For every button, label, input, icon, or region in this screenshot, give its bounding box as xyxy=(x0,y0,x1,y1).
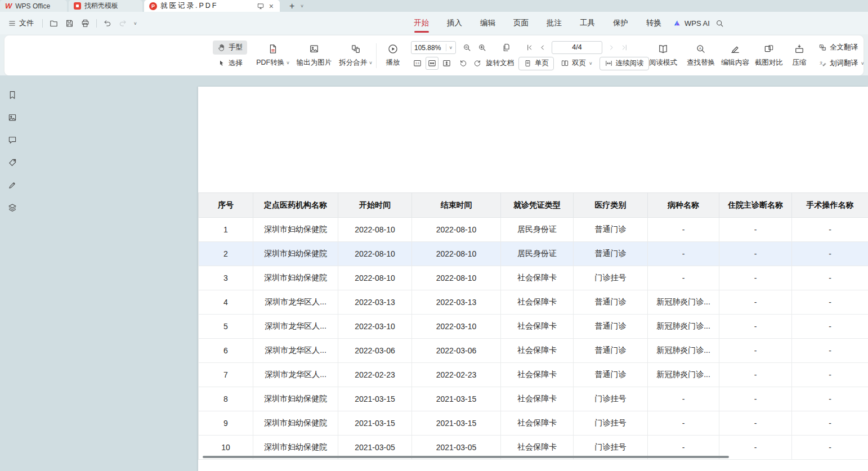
continuous-reading-button[interactable]: 连续阅读 xyxy=(599,57,649,70)
table-cell: - xyxy=(719,218,792,242)
table-cell: 2022-03-06 xyxy=(338,339,412,363)
rotate-right-button[interactable] xyxy=(471,57,484,70)
monitor-icon[interactable] xyxy=(257,2,265,10)
docer-icon xyxy=(74,2,81,10)
new-tab-button[interactable]: + xyxy=(289,2,294,11)
table-cell: 2022-08-10 xyxy=(412,218,501,242)
first-page-button[interactable] xyxy=(523,41,536,54)
table-cell: - xyxy=(719,290,792,315)
wps-ai-button[interactable]: WPS AI xyxy=(673,12,710,34)
horizontal-scrollbar-thumb[interactable] xyxy=(203,456,729,458)
table-cell: 普通门诊 xyxy=(574,242,648,266)
double-page-button[interactable]: 双页 ∨ xyxy=(556,56,597,70)
table-row: 4深圳市龙华区人...2022-03-132022-03-13社会保障卡普通门诊… xyxy=(199,290,868,315)
find-replace-button[interactable]: 查找替换 xyxy=(683,40,719,71)
signature-panel-icon[interactable] xyxy=(7,180,17,190)
find-replace-label: 查找替换 xyxy=(687,58,715,68)
medical-record-table: 序号定点医药机构名称开始时间结束时间就诊凭证类型医疗类别病种名称住院主诊断名称手… xyxy=(198,192,868,460)
rotate-doc-label[interactable]: 旋转文档 xyxy=(486,59,514,68)
file-menu-label: 文件 xyxy=(19,18,34,28)
ribbon-tab-insert[interactable]: 插入 xyxy=(446,12,463,34)
table-cell: 2022-08-10 xyxy=(338,266,412,290)
tab-wps-office[interactable]: W WPS Office xyxy=(0,0,67,12)
select-tool-button[interactable]: 选择 xyxy=(213,56,247,70)
ribbon-tab-edit[interactable]: 编辑 xyxy=(479,12,496,34)
ribbon-tab-home[interactable]: 开始 xyxy=(413,12,430,34)
ribbon-tab-tools[interactable]: 工具 xyxy=(579,12,596,34)
actual-size-button[interactable] xyxy=(411,57,424,70)
quick-access-toolbar: 文件 ∨ xyxy=(6,12,137,34)
comments-panel-icon[interactable] xyxy=(7,135,17,145)
table-cell: 深圳市妇幼保健院 xyxy=(253,266,338,290)
read-mode-button[interactable]: 阅读模式 xyxy=(645,40,681,71)
single-page-label: 单页 xyxy=(535,59,549,68)
layers-panel-icon[interactable] xyxy=(7,203,17,213)
play-button[interactable]: 播放 xyxy=(379,40,406,71)
fit-width-button[interactable] xyxy=(426,57,439,70)
last-page-icon xyxy=(620,43,629,52)
screenshot-compare-button[interactable]: 截图对比 xyxy=(751,40,787,71)
thumbnails-panel-icon[interactable] xyxy=(7,113,17,123)
table-cell: - xyxy=(719,436,792,460)
table-cell: 9 xyxy=(199,411,253,436)
next-page-button[interactable] xyxy=(605,41,618,54)
pdf-convert-icon xyxy=(267,43,279,55)
bookmarks-panel-icon[interactable] xyxy=(7,90,17,100)
column-header: 病种名称 xyxy=(648,193,719,218)
export-image-label: 输出为图片 xyxy=(297,58,332,68)
undo-icon[interactable] xyxy=(103,19,112,28)
redo-icon[interactable] xyxy=(118,19,127,28)
open-file-icon[interactable] xyxy=(49,19,59,28)
save-icon[interactable] xyxy=(65,19,74,28)
word-translate-button[interactable]: 划词翻译 ∨ xyxy=(814,56,868,70)
table-cell: - xyxy=(792,266,868,290)
search-button[interactable] xyxy=(715,12,724,34)
table-cell: 社会保障卡 xyxy=(501,411,574,436)
pdf-convert-button[interactable]: PDF转换∨ xyxy=(253,40,293,71)
zoom-level-dropdown[interactable]: 105.88% ∨ xyxy=(411,41,456,54)
table-cell: 门诊挂号 xyxy=(574,266,648,290)
undo-history-chevron-icon[interactable]: ∨ xyxy=(133,21,137,25)
full-translate-button[interactable]: 全文翻译 xyxy=(814,41,868,55)
extract-pages-button[interactable] xyxy=(500,41,513,54)
chevron-down-icon: ∨ xyxy=(286,61,290,65)
chevron-down-icon: ∨ xyxy=(449,46,453,50)
rotate-left-button[interactable] xyxy=(457,57,469,70)
previous-page-button[interactable] xyxy=(536,41,549,54)
ribbon-tabs: 开始 插入 编辑 页面 批注 工具 保护 转换 xyxy=(413,12,663,34)
zoom-page-row: 105.88% ∨ 4/4 xyxy=(411,41,649,55)
tab-medical-record-pdf[interactable]: P 就医记录.PDF × xyxy=(144,0,280,12)
zoom-out-button[interactable] xyxy=(460,41,473,54)
print-icon[interactable] xyxy=(80,19,90,28)
extract-pages-icon xyxy=(502,43,511,52)
split-merge-button[interactable]: 拆分合并∨ xyxy=(335,40,376,71)
ribbon-tab-protect[interactable]: 保护 xyxy=(612,12,629,34)
export-image-button[interactable]: 输出为图片 xyxy=(293,40,335,71)
table-cell: 新冠肺炎门诊... xyxy=(648,363,719,387)
edit-content-button[interactable]: 编辑内容 xyxy=(717,40,753,71)
ribbon-tab-page[interactable]: 页面 xyxy=(512,12,530,34)
page-number-input[interactable]: 4/4 xyxy=(552,41,602,54)
last-page-button[interactable] xyxy=(618,41,631,54)
close-tab-icon[interactable]: × xyxy=(268,2,275,10)
ribbon-tab-comment[interactable]: 批注 xyxy=(545,12,563,34)
zoom-in-button[interactable] xyxy=(476,41,489,54)
single-page-button[interactable]: 单页 xyxy=(518,57,554,70)
column-header: 定点医药机构名称 xyxy=(253,193,338,218)
separator xyxy=(446,44,446,51)
fit-page-button[interactable] xyxy=(440,57,453,70)
tab-list-chevron-icon[interactable]: ∨ xyxy=(300,4,304,8)
tab-docer-templates[interactable]: 找稻壳模板 xyxy=(69,0,142,12)
fit-page-icon xyxy=(442,59,451,68)
navigation-sidebar xyxy=(0,80,25,471)
table-cell: - xyxy=(719,242,792,266)
annotations-panel-icon[interactable] xyxy=(7,158,17,168)
compress-button[interactable]: 压缩 xyxy=(786,40,813,71)
table-cell: 2021-03-15 xyxy=(412,411,501,436)
ribbon-tab-convert[interactable]: 转换 xyxy=(645,12,663,34)
file-menu-button[interactable]: 文件 xyxy=(6,16,36,30)
wps-ai-label: WPS AI xyxy=(684,19,710,28)
table-cell: 社会保障卡 xyxy=(501,363,574,387)
separator xyxy=(42,19,43,28)
hand-tool-button[interactable]: 手型 xyxy=(213,41,247,55)
